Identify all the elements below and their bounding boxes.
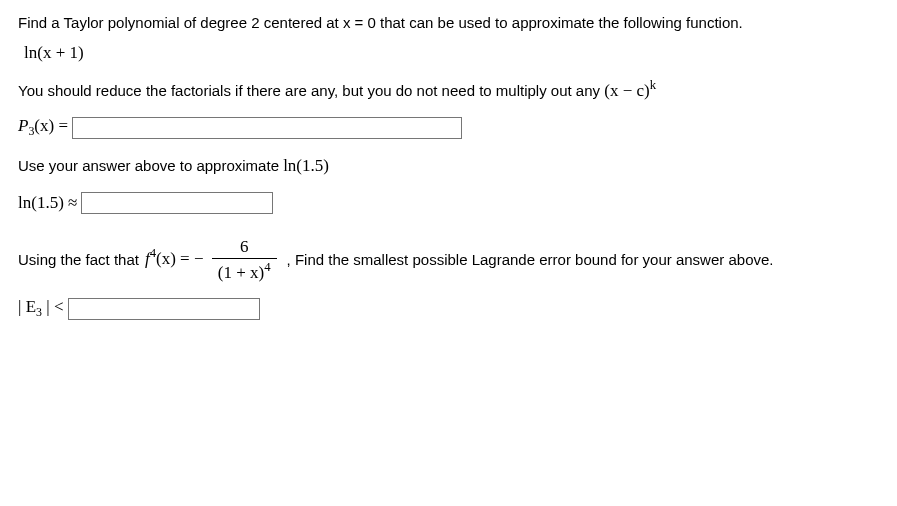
e3-row: | E3 | < [18,297,879,320]
frac-num: 6 [212,236,277,259]
p3-row: P3(x) = [18,116,879,139]
e3-bar1: | E [18,297,36,316]
p3-input[interactable] [72,117,462,139]
f4-arg: (x) = − [156,248,204,267]
e3-tail: | < [42,297,64,316]
ln15-input[interactable] [81,192,273,214]
reduce-note-text: You should reduce the factorials if ther… [18,82,604,99]
lagrange-prefix: Using the fact that [18,251,139,268]
power-expr: (x − c)k [604,81,656,100]
approx-expr: ln(1.5) [283,156,329,175]
approx-prompt: Use your answer above to approximate ln(… [18,154,879,178]
power-base: (x − c) [604,81,649,100]
reduce-note: You should reduce the factorials if ther… [18,77,879,102]
power-exp: k [650,78,656,92]
f4-fraction: 6 (1 + x)4 [212,236,277,284]
approx-prompt-text: Use your answer above to approximate [18,157,283,174]
e3-label: | E3 | < [18,297,64,320]
lagrange-row: Using the fact that f4(x) = − 6 (1 + x)4… [18,236,879,284]
problem-intro: Find a Taylor polynomial of degree 2 cen… [18,12,879,33]
p3-p: P [18,116,28,135]
given-function: ln(x + 1) [24,43,879,63]
e3-input[interactable] [68,298,260,320]
p3-arg: (x) = [34,116,68,135]
f4-expr: f4(x) = − 6 (1 + x)4 [145,236,281,284]
frac-den: (1 + x)4 [212,259,277,284]
p3-label: P3(x) = [18,116,68,139]
ln15-row: ln(1.5) ≈ [18,192,879,214]
ln15-label: ln(1.5) ≈ [18,193,77,213]
frac-den-exp: 4 [264,260,270,274]
lagrange-suffix: , Find the smallest possible Lagrande er… [287,251,774,268]
frac-den-base: (1 + x) [218,262,264,281]
